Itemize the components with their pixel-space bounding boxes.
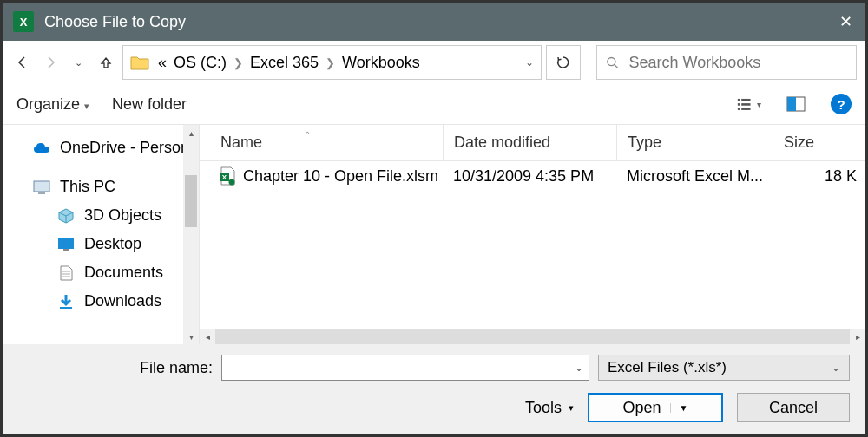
new-folder-button[interactable]: New folder — [112, 95, 187, 114]
col-name[interactable]: ⌃ Name — [200, 134, 443, 152]
svg-rect-4 — [738, 103, 740, 106]
breadcrumb-part[interactable]: Workbooks — [342, 54, 420, 72]
recent-dropdown[interactable]: ⌄ — [67, 51, 89, 74]
svg-point-20 — [229, 179, 235, 186]
address-row: ⌄ « OS (C:) ❯ Excel 365 ❯ Workbooks ⌄ — [3, 41, 865, 84]
svg-rect-10 — [34, 181, 49, 192]
chevron-down-icon[interactable]: ⌄ — [575, 362, 583, 374]
document-icon — [56, 264, 76, 282]
svg-rect-6 — [738, 108, 740, 110]
nav-documents[interactable]: Documents — [3, 258, 183, 287]
svg-rect-13 — [63, 249, 69, 251]
file-name: Chapter 10 - Open File.xlsm — [243, 167, 438, 186]
dialog-title: Choose File to Copy — [44, 13, 186, 31]
cloud-icon — [32, 140, 51, 157]
chevron-right-icon: ❯ — [326, 56, 335, 69]
scrollbar-track[interactable] — [215, 329, 850, 344]
search-input[interactable] — [628, 53, 847, 73]
filename-label: File name: — [140, 359, 213, 377]
nav-label: 3D Objects — [84, 206, 161, 225]
view-options-button[interactable]: ▾ — [737, 92, 761, 116]
col-date[interactable]: Date modified — [443, 125, 616, 160]
command-bar: Organize ▾ New folder ▾ ? — [3, 84, 865, 124]
nav-label: This PC — [60, 178, 115, 196]
scroll-right-icon[interactable]: ▸ — [850, 329, 865, 344]
tools-button[interactable]: Tools▾ — [525, 399, 574, 417]
sort-indicator-icon: ⌃ — [304, 130, 311, 140]
svg-point-0 — [608, 58, 615, 66]
open-button[interactable]: Open▼ — [588, 393, 723, 422]
close-button[interactable]: ✕ — [825, 3, 865, 41]
nav-desktop[interactable]: Desktop — [3, 230, 183, 258]
bottom-panel: File name: ⌄ Excel Files (*.xls*) ⌄ Tool… — [3, 344, 865, 434]
svg-rect-2 — [738, 99, 740, 101]
download-icon — [56, 293, 76, 310]
nav-downloads[interactable]: Downloads — [3, 287, 183, 316]
desktop-icon — [56, 236, 76, 253]
scrollbar-thumb[interactable] — [185, 175, 197, 227]
xlsm-file-icon: X — [219, 166, 236, 186]
file-type: Microsoft Excel M... — [616, 167, 773, 186]
nav-label: Documents — [84, 264, 163, 282]
pc-icon — [32, 179, 51, 196]
scroll-up-icon[interactable]: ▴ — [183, 125, 199, 140]
nav-3d-objects[interactable]: 3D Objects — [3, 201, 183, 230]
col-type[interactable]: Type — [616, 125, 773, 160]
title-bar: X Choose File to Copy ✕ — [3, 3, 865, 41]
horizontal-scrollbar[interactable]: ◂ ▸ — [200, 329, 865, 344]
cancel-button[interactable]: Cancel — [737, 393, 850, 422]
preview-pane-button[interactable] — [784, 92, 808, 116]
forward-button[interactable] — [39, 51, 62, 74]
excel-icon: X — [13, 11, 34, 32]
open-split-dropdown[interactable]: ▼ — [670, 403, 688, 413]
nav-label: OneDrive - Person — [60, 139, 183, 157]
address-dropdown-icon[interactable]: ⌄ — [525, 56, 534, 68]
file-size: 18 K — [773, 167, 865, 186]
filter-text: Excel Files (*.xls*) — [608, 359, 727, 376]
search-icon — [606, 55, 619, 69]
search-box[interactable] — [596, 45, 857, 80]
svg-rect-11 — [38, 192, 45, 194]
chevron-right-icon: ❯ — [233, 56, 243, 69]
dialog-body: OneDrive - Person This PC 3D Objects Des… — [3, 124, 865, 344]
nav-label: Downloads — [84, 292, 161, 310]
address-bar[interactable]: « OS (C:) ❯ Excel 365 ❯ Workbooks ⌄ — [122, 45, 542, 80]
nav-onedrive[interactable]: OneDrive - Person — [3, 134, 183, 162]
file-row[interactable]: X Chapter 10 - Open File.xlsm 10/31/2009… — [200, 161, 865, 191]
column-headers: ⌃ Name Date modified Type Size — [200, 125, 865, 161]
cube-icon — [56, 207, 76, 225]
filetype-filter[interactable]: Excel Files (*.xls*) ⌄ — [598, 355, 850, 381]
svg-rect-5 — [741, 103, 750, 106]
svg-rect-12 — [58, 238, 74, 249]
breadcrumb-part[interactable]: Excel 365 — [250, 54, 319, 72]
file-dialog: X Choose File to Copy ✕ ⌄ « OS (C:) ❯ Ex… — [0, 0, 868, 437]
svg-rect-7 — [741, 108, 750, 110]
breadcrumb-prefix: « — [158, 54, 167, 72]
chevron-down-icon[interactable]: ⌄ — [832, 362, 840, 374]
svg-rect-3 — [741, 99, 750, 101]
col-size[interactable]: Size — [773, 125, 865, 160]
nav-this-pc[interactable]: This PC — [3, 173, 183, 201]
nav-scrollbar[interactable]: ▴ ▾ — [183, 125, 199, 344]
svg-text:X: X — [222, 173, 227, 181]
refresh-button[interactable] — [546, 45, 581, 80]
svg-rect-9 — [787, 97, 796, 111]
help-button[interactable]: ? — [831, 94, 852, 114]
svg-line-1 — [615, 65, 618, 68]
filename-combobox[interactable]: ⌄ — [221, 355, 589, 381]
scroll-down-icon[interactable]: ▾ — [183, 329, 199, 344]
scroll-left-icon[interactable]: ◂ — [200, 329, 215, 344]
up-button[interactable] — [95, 51, 117, 74]
breadcrumb: « OS (C:) ❯ Excel 365 ❯ Workbooks — [158, 54, 420, 72]
file-list[interactable]: X Chapter 10 - Open File.xlsm 10/31/2009… — [200, 161, 865, 329]
file-date: 10/31/2009 4:35 PM — [443, 167, 616, 186]
breadcrumb-part[interactable]: OS (C:) — [174, 54, 227, 72]
folder-icon — [130, 55, 149, 70]
organize-button[interactable]: Organize ▾ — [16, 95, 89, 114]
nav-pane: OneDrive - Person This PC 3D Objects Des… — [3, 125, 183, 344]
nav-label: Desktop — [84, 235, 141, 253]
file-list-area: ⌃ Name Date modified Type Size X Chapter… — [199, 125, 865, 344]
back-button[interactable] — [11, 51, 34, 74]
